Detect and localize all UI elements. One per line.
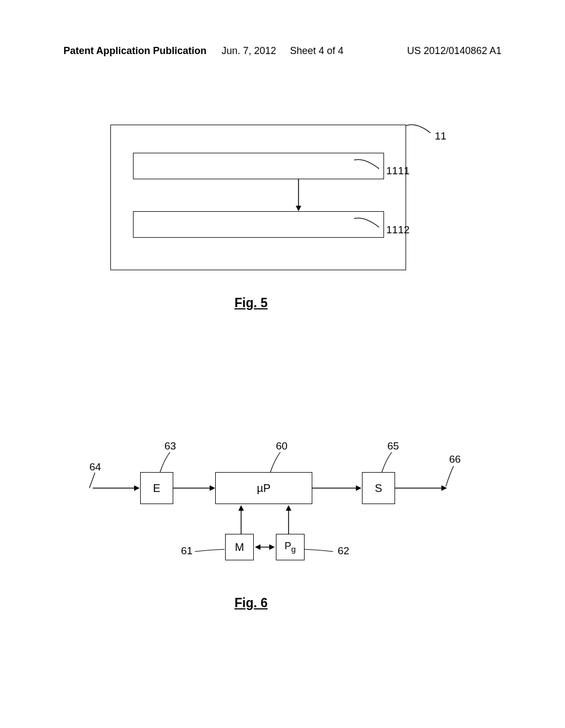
fig6-box-m: M [225,534,254,560]
header-publication-type: Patent Application Publication [63,45,206,57]
header-date: Jun. 7, 2012 [221,45,276,56]
svg-marker-15 [255,544,260,550]
fig6-box-pg-label: Pg [285,540,296,554]
fig6-label-64: 64 [89,461,101,473]
svg-marker-5 [210,485,215,491]
fig6-box-e-label: E [153,482,160,495]
fig6-caption: Fig. 6 [234,596,268,611]
fig6-box-s-label: S [375,482,382,495]
svg-marker-13 [286,505,291,511]
fig5-label-1112: 1112 [386,224,409,236]
fig6-box-up-label: µP [257,482,271,495]
fig5-arrow-icon [293,179,304,212]
header-pubno: US 2012/0140862 A1 [407,45,502,57]
fig5-leader-1112 [354,215,387,237]
fig6-label-60: 60 [276,440,287,452]
fig5-label-1111: 1111 [386,165,409,177]
svg-marker-16 [269,544,275,550]
fig6-box-up: µP [215,472,312,504]
fig6-flow-lines [83,441,480,607]
fig6-label-65: 65 [387,440,399,452]
fig6-label-63: 63 [164,440,176,452]
fig6-box-pg: Pg [276,534,305,560]
header-sheet: Sheet 4 of 4 [290,45,344,56]
fig6-label-62: 62 [338,545,349,557]
svg-line-17 [89,473,95,488]
fig5-inner-box-1 [133,153,384,179]
fig5-outer-box [110,125,406,270]
fig6-label-66: 66 [449,453,461,465]
page-header: Patent Application Publication Jun. 7, 2… [0,45,565,57]
svg-marker-1 [296,206,301,211]
fig6-box-e: E [140,472,173,504]
svg-marker-7 [356,485,361,491]
fig5-label-11: 11 [435,130,446,142]
fig5-leader-1111 [354,157,387,179]
fig6-box-m-label: M [235,541,244,554]
fig5-inner-box-2 [133,211,384,238]
svg-marker-3 [134,485,140,491]
fig5-leader-11 [406,119,439,141]
figure-6: E µP S M Pg 64 63 60 65 66 61 62 [83,441,480,552]
svg-marker-11 [238,505,244,511]
fig6-label-61: 61 [181,545,193,557]
header-date-sheet: Jun. 7, 2012 Sheet 4 of 4 [221,45,343,57]
fig6-box-s: S [362,472,395,504]
figure-5: 11 1111 1112 [110,125,406,270]
fig5-caption: Fig. 5 [234,296,268,311]
